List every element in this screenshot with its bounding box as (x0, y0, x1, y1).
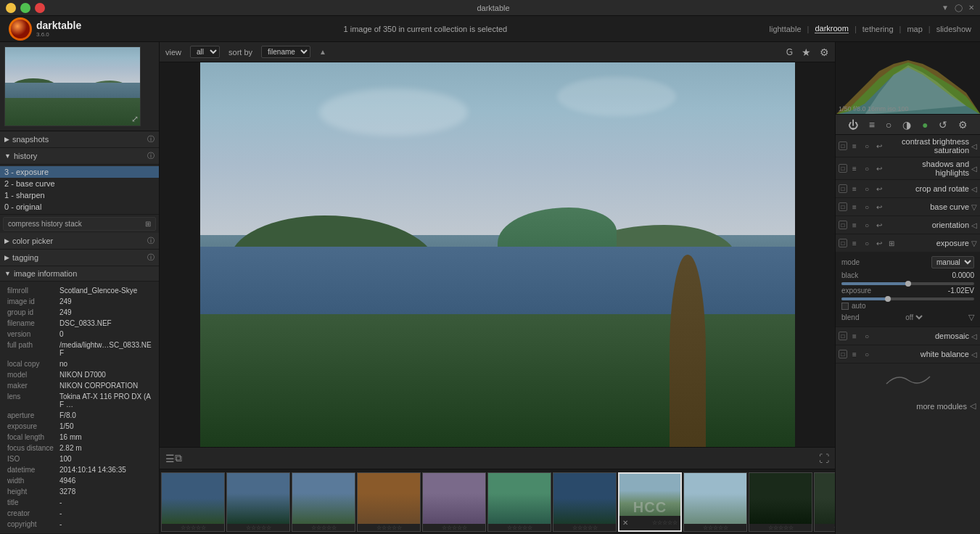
title-arrow-left[interactable]: ▼ (942, 4, 949, 12)
history-info-btn[interactable]: ⓘ (147, 151, 155, 161)
maximize-button[interactable] (20, 3, 30, 13)
sh-icon3[interactable]: ↩ (874, 163, 884, 173)
module-settings-icon[interactable]: ⚙ (957, 118, 969, 132)
film-thumb-5[interactable]: ☆☆☆☆☆ (422, 472, 486, 532)
auto-checkbox[interactable] (841, 303, 849, 310)
ex-expand-arrow[interactable]: ▽ (971, 239, 977, 247)
black-slider-handle[interactable] (905, 281, 911, 287)
cbs-icon1[interactable]: ≡ (849, 141, 860, 151)
snapshots-info-btn[interactable]: ⓘ (147, 134, 155, 144)
film-thumb-1[interactable]: ☆☆☆☆☆ (161, 472, 225, 532)
dm-name[interactable]: demosaic (874, 332, 969, 340)
bc-enable-toggle[interactable]: □ (839, 202, 847, 211)
film-thumb-10[interactable]: ☆☆☆☆☆ (749, 472, 812, 532)
star-icon[interactable]: ★ (802, 46, 811, 58)
cbs-icon3[interactable]: ↩ (874, 141, 884, 151)
cr-enable-toggle[interactable]: □ (839, 184, 847, 193)
nav-map[interactable]: map (907, 25, 922, 33)
tagging-section-header[interactable]: ▶ tagging ⓘ (0, 250, 159, 266)
snapshots-section-header[interactable]: ▶ snapshots ⓘ (0, 131, 159, 148)
ex-icon4[interactable]: ⊞ (886, 238, 897, 248)
settings-icon[interactable]: ⚙ (820, 46, 829, 58)
history-item-1[interactable]: 1 - sharpen (0, 189, 159, 201)
wb-expand-arrow[interactable]: ◁ (971, 350, 977, 358)
bc-icon3[interactable]: ↩ (874, 202, 884, 212)
film-thumb-11[interactable]: ☆☆☆☆☆ (814, 472, 835, 532)
bc-name[interactable]: base curve (886, 202, 969, 211)
ex-icon1[interactable]: ≡ (849, 238, 860, 248)
sh-icon2[interactable]: ○ (862, 163, 872, 173)
ex-icon3[interactable]: ↩ (874, 238, 884, 248)
blend-select[interactable]: off (902, 313, 925, 322)
cbs-enable-toggle[interactable]: □ (839, 141, 847, 150)
history-item-0[interactable]: 0 - original (0, 201, 159, 213)
wb-icon2[interactable]: ○ (862, 349, 872, 359)
more-modules-button[interactable]: more modules (916, 402, 967, 411)
image-info-section-header[interactable]: ▼ image information (0, 266, 159, 282)
cbs-expand-arrow[interactable]: ◁ (971, 142, 977, 150)
reset-icon[interactable]: ↺ (937, 118, 949, 132)
mode-select[interactable]: manual (931, 256, 974, 268)
compare-icon[interactable]: ⧉ (175, 452, 182, 464)
nav-slideshow[interactable]: slideshow (936, 25, 971, 33)
sort-select[interactable]: filename (261, 46, 310, 58)
black-slider[interactable] (841, 282, 974, 285)
film-thumb-4[interactable]: ☆☆☆☆☆ (357, 472, 421, 532)
history-item-2[interactable]: 2 - base curve (0, 178, 159, 189)
wb-name[interactable]: white balance (874, 350, 969, 358)
film-thumb-8-active[interactable]: HCC ✕ ☆☆☆☆☆ (618, 472, 682, 532)
wb-icon1[interactable]: ≡ (849, 349, 860, 359)
fullscreen-icon[interactable]: ⛶ (819, 453, 829, 464)
cr-icon2[interactable]: ○ (862, 184, 872, 194)
ex-name[interactable]: exposure (899, 239, 969, 247)
sh-name[interactable]: shadows and highlights (886, 160, 969, 177)
image-display-area[interactable] (160, 62, 835, 447)
nav-darkroom[interactable]: darkroom (815, 24, 848, 33)
or-icon1[interactable]: ≡ (849, 220, 860, 230)
wb-enable-toggle[interactable]: □ (839, 350, 847, 358)
dm-enable-toggle[interactable]: □ (839, 332, 847, 340)
film-thumb-6[interactable]: ☆☆☆☆☆ (487, 472, 551, 532)
compress-history-button[interactable]: compress history stack ⊞ (3, 217, 156, 231)
cr-icon3[interactable]: ↩ (874, 184, 884, 194)
color-picker-section-header[interactable]: ▶ color picker ⓘ (0, 233, 159, 250)
cbs-icon2[interactable]: ○ (862, 141, 872, 151)
g-icon[interactable]: G (786, 47, 793, 57)
halftone-icon[interactable]: ◑ (901, 118, 913, 132)
blend-arrow[interactable]: ▽ (968, 313, 974, 322)
cr-icon1[interactable]: ≡ (849, 184, 860, 194)
dm-expand-arrow[interactable]: ◁ (971, 332, 977, 340)
ex-enable-toggle[interactable]: □ (839, 239, 847, 247)
history-section-header[interactable]: ▼ history ⓘ (0, 148, 159, 165)
bc-icon2[interactable]: ○ (862, 202, 872, 212)
sh-expand-arrow[interactable]: ◁ (971, 165, 977, 173)
minimize-button[interactable] (6, 3, 16, 13)
circle-icon[interactable]: ○ (884, 118, 893, 132)
active-stars[interactable]: ☆☆☆☆☆ (652, 519, 678, 526)
tagging-info-btn[interactable]: ⓘ (147, 252, 155, 263)
film-thumb-7[interactable]: ☆☆☆☆☆ (553, 472, 617, 532)
film-thumb-3[interactable]: ☆☆☆☆☆ (292, 472, 355, 532)
bc-icon1[interactable]: ≡ (849, 202, 860, 212)
sort-direction[interactable]: ▲ (319, 48, 326, 56)
preset-icon[interactable]: ≡ (868, 118, 876, 132)
dm-icon2[interactable]: ○ (862, 331, 872, 341)
film-thumb-2[interactable]: ☆☆☆☆☆ (226, 472, 290, 532)
film-reject-icon[interactable]: ✕ (622, 519, 628, 527)
cr-expand-arrow[interactable]: ◁ (971, 185, 977, 193)
title-close-x[interactable]: ✕ (968, 4, 974, 12)
cbs-name[interactable]: contrast brightness saturation (886, 137, 969, 155)
grid-icon[interactable]: ☰ (165, 453, 175, 464)
ex-icon2[interactable]: ○ (862, 238, 872, 248)
exposure-slider-handle[interactable] (885, 296, 891, 302)
or-enable-toggle[interactable]: □ (839, 221, 847, 229)
title-arrow-circle[interactable]: ◯ (955, 4, 963, 12)
dm-icon1[interactable]: ≡ (849, 331, 860, 341)
cr-name[interactable]: crop and rotate (886, 184, 969, 193)
close-button[interactable] (35, 3, 45, 13)
nav-tethering[interactable]: tethering (862, 25, 894, 33)
exposure-slider[interactable] (841, 297, 974, 300)
sh-icon1[interactable]: ≡ (849, 163, 860, 173)
or-expand-arrow[interactable]: ◁ (971, 221, 977, 229)
history-item-3[interactable]: 3 - exposure (0, 166, 159, 178)
